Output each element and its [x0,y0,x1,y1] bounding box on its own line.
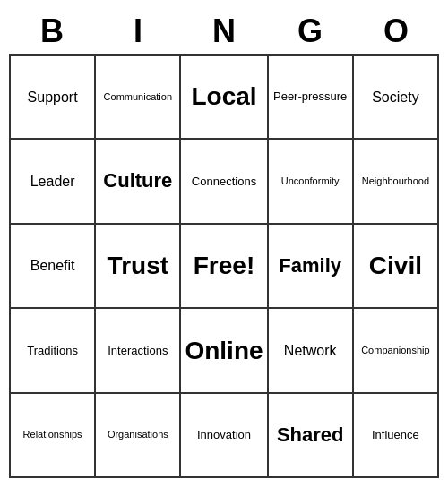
bingo-cell-13: Family [269,225,354,309]
bingo-cell-12: Free! [181,225,268,309]
header-letter-o: O [353,9,439,54]
bingo-cell-22: Innovation [181,394,268,478]
bingo-cell-3: Peer-pressure [269,56,354,140]
bingo-header: BINGO [9,9,439,54]
header-letter-g: G [267,9,353,54]
bingo-cell-19: Companionship [354,309,439,393]
bingo-cell-20: Relationships [11,394,96,478]
bingo-cell-5: Leader [11,140,96,224]
bingo-cell-0: Support [11,56,96,140]
bingo-cell-7: Connections [181,140,268,224]
header-letter-b: B [9,9,95,54]
bingo-cell-2: Local [181,56,268,140]
bingo-cell-23: Shared [269,394,354,478]
bingo-cell-8: Unconformity [269,140,354,224]
bingo-cell-4: Society [354,56,439,140]
bingo-cell-6: Culture [96,140,181,224]
bingo-cell-9: Neighbourhood [354,140,439,224]
bingo-cell-15: Traditions [11,309,96,393]
bingo-cell-18: Network [269,309,354,393]
bingo-cell-17: Online [181,309,268,393]
bingo-cell-11: Trust [96,225,181,309]
bingo-cell-24: Influence [354,394,439,478]
bingo-cell-16: Interactions [96,309,181,393]
bingo-grid: SupportCommunicationLocalPeer-pressureSo… [9,54,439,478]
bingo-cell-10: Benefit [11,225,96,309]
header-letter-n: N [181,9,267,54]
bingo-cell-1: Communication [96,56,181,140]
header-letter-i: I [95,9,181,54]
bingo-cell-21: Organisations [96,394,181,478]
bingo-cell-14: Civil [354,225,439,309]
bingo-card: BINGO SupportCommunicationLocalPeer-pres… [9,9,439,478]
